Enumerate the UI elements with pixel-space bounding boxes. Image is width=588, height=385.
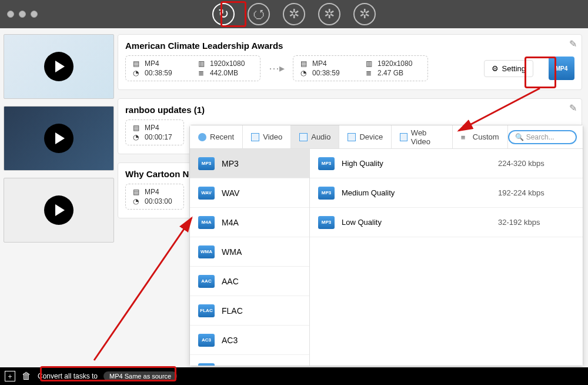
titlebar: ↻ ⭯ ✲ ✲ ✲ (0, 0, 588, 28)
tab-audio[interactable]: Audio (291, 125, 339, 148)
audio-icon (299, 133, 308, 141)
task-title: American Climate Leadership Awards (125, 41, 574, 51)
mode-reel3-icon[interactable]: ✲ (353, 3, 376, 25)
min-dot[interactable] (19, 11, 26, 18)
play-icon[interactable] (44, 52, 74, 81)
edit-icon[interactable]: ✎ (569, 38, 577, 49)
convert-label: Convert all tasks to (38, 372, 98, 380)
format-m4a[interactable]: M4AM4A (190, 208, 309, 237)
format-list[interactable]: MP3MP3 WAVWAV M4AM4A WMAWMA AACAAC FLACF… (190, 149, 310, 366)
target-info: ▤MP4 ▥1920x1080 ◔00:38:59 ≣2.47 GB (293, 55, 428, 81)
thumb-2[interactable] (4, 106, 114, 171)
popup-tabs: Recent Video Audio Device Web Video ≡Cus… (190, 125, 583, 149)
setting-button[interactable]: ⚙ Setting (484, 60, 533, 77)
format-aac[interactable]: AACAAC (190, 267, 309, 296)
source-info: ▤MP4 ◔00:03:00 (125, 184, 184, 210)
bottom-bar: ＋ 🗑 Convert all tasks to MP4 Same as sou… (0, 367, 588, 385)
tab-custom[interactable]: ≡Custom (453, 125, 508, 148)
clock-icon: ◔ (133, 69, 141, 77)
device-icon (348, 133, 356, 141)
video-icon (251, 133, 259, 141)
format-mp3[interactable]: MP3MP3 (190, 149, 309, 178)
disk-icon: ≣ (198, 69, 206, 77)
recent-icon (198, 133, 206, 141)
play-icon[interactable] (44, 195, 74, 225)
format-flac[interactable]: FLACFLAC (190, 296, 309, 326)
thumbnail-column (0, 28, 118, 367)
format-icon: MP3 (198, 157, 215, 170)
convert-target-pill[interactable]: MP4 Same as source (103, 371, 177, 381)
window-controls[interactable] (7, 11, 38, 18)
edit-icon[interactable]: ✎ (569, 102, 577, 114)
trash-button[interactable]: 🗑 (21, 371, 32, 381)
popup-search[interactable]: 🔍 Search... (508, 130, 577, 144)
mode-download-icon[interactable]: ⭯ (248, 3, 270, 25)
tab-recent[interactable]: Recent (190, 125, 243, 148)
format-ac3[interactable]: AC3AC3 (190, 326, 309, 355)
tab-device[interactable]: Device (339, 125, 392, 148)
arrow-icon: ⋯▸ (269, 62, 285, 75)
format-wav[interactable]: WAVWAV (190, 178, 309, 208)
mode-reel1-icon[interactable]: ✲ (283, 3, 305, 25)
web-video-icon (400, 133, 407, 141)
film-icon: ▤ (133, 59, 141, 68)
format-aiff[interactable]: AIFFAIFF (190, 355, 309, 366)
mode-reel2-icon[interactable]: ✲ (318, 3, 340, 25)
task-title: ranboo updates (1) (125, 105, 574, 115)
gear-icon: ⚙ (492, 64, 499, 73)
quality-low[interactable]: MP3 Low Quality 32-192 kbps (310, 208, 583, 237)
format-badge[interactable]: MP4 (549, 57, 574, 80)
task-card-1: ✎ American Climate Leadership Awards ▤MP… (118, 34, 582, 90)
tab-video[interactable]: Video (243, 125, 291, 148)
quality-medium[interactable]: MP3 Medium Quality 192-224 kbps (310, 178, 583, 208)
source-info: ▤MP4 ▥1920x1080 ◔00:38:59 ≣442.0MB (125, 55, 260, 81)
format-wma[interactable]: WMAWMA (190, 237, 309, 267)
resolution-icon: ▥ (198, 59, 206, 68)
thumb-3[interactable] (4, 178, 114, 243)
zoom-dot[interactable] (31, 11, 38, 18)
play-icon[interactable] (44, 124, 74, 153)
tab-webvideo[interactable]: Web Video (392, 125, 453, 148)
source-info: ▤MP4 ◔00:00:17 (125, 120, 184, 145)
quality-list[interactable]: MP3 High Quality 224-320 kbps MP3 Medium… (310, 149, 583, 366)
search-icon: 🔍 (515, 133, 524, 141)
mode-convert-icon[interactable]: ↻ (212, 3, 235, 25)
add-button[interactable]: ＋ (5, 371, 15, 381)
top-mode-icons: ↻ ⭯ ✲ ✲ ✲ (212, 3, 376, 25)
custom-icon: ≡ (461, 133, 469, 141)
thumb-1[interactable] (4, 34, 114, 99)
format-popup: Recent Video Audio Device Web Video ≡Cus… (189, 125, 583, 366)
quality-high[interactable]: MP3 High Quality 224-320 kbps (310, 149, 583, 178)
close-dot[interactable] (7, 11, 14, 18)
search-placeholder: Search... (526, 133, 554, 141)
